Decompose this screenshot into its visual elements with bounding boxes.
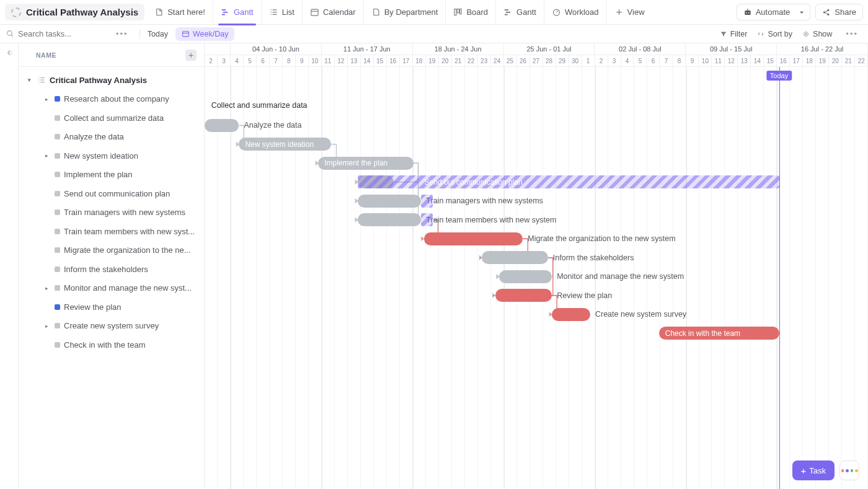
toolbar: ••• Today Week/Day Filter Sort by Show •… — [0, 25, 868, 43]
automate-dropdown[interactable] — [794, 4, 810, 20]
tree-task[interactable]: ▸Research about the company — [25, 90, 204, 109]
gantt-bar[interactable]: Send out communication plan — [358, 175, 779, 188]
search-input[interactable] — [18, 29, 105, 38]
gantt-bar[interactable]: Train managers with new systems — [358, 195, 421, 208]
app-header: Critical Pathway Analysis Start here!Gan… — [0, 0, 868, 25]
sidebar-head: NAME + — [19, 43, 204, 67]
share-button[interactable]: Share — [815, 4, 863, 20]
gantt-row: Review the plan — [205, 286, 868, 306]
filter-icon — [720, 30, 727, 38]
day-header: 10 — [699, 55, 712, 67]
tab-workload[interactable]: Workload — [544, 0, 607, 25]
gantt-bar[interactable]: Migrate the organization to the new syst… — [424, 232, 523, 245]
gantt-bar[interactable]: Implement the plan — [318, 157, 413, 170]
show-button[interactable]: Show — [802, 30, 832, 38]
status-dot — [55, 153, 60, 159]
gantt-bar[interactable]: Analyze the data — [205, 119, 239, 132]
name-column-header: NAME — [36, 51, 56, 59]
svg-point-15 — [823, 11, 825, 13]
toolbar-more-icon[interactable]: ••• — [842, 29, 862, 38]
day-header: 19 — [816, 55, 829, 67]
tree-task[interactable]: ▸New system ideation — [25, 146, 204, 165]
tree-task[interactable]: Analyze the data — [25, 128, 204, 147]
tree-task[interactable]: ▸Monitor and manage the new syst... — [25, 279, 204, 298]
gantt-row: Inform the stakeholders — [205, 249, 868, 268]
header-left: Critical Pathway Analysis Start here!Gan… — [5, 0, 737, 25]
expand-arrow-icon: ▸ — [42, 96, 51, 102]
day-header: 11 — [712, 55, 725, 67]
day-header: 20 — [829, 55, 842, 67]
day-header: 4 — [621, 55, 634, 67]
tab-list[interactable]: List — [262, 0, 303, 25]
status-dot — [55, 285, 60, 291]
svg-rect-7 — [505, 9, 508, 11]
day-header: 29 — [556, 55, 569, 67]
weekday-toggle[interactable]: Week/Day — [175, 27, 234, 41]
title-box[interactable]: Critical Pathway Analysis — [5, 4, 144, 20]
day-header: 17 — [400, 55, 413, 67]
automate-button[interactable]: Automate — [737, 4, 794, 20]
week-header: 04 Jun - 10 Jun — [231, 43, 322, 55]
tab-start[interactable]: Start here! — [147, 0, 213, 25]
today-button[interactable]: Today — [148, 30, 168, 38]
gantt-row: Train team members with new system — [205, 211, 868, 230]
gantt-bar[interactable]: New system ideation — [239, 138, 331, 151]
gantt-bar[interactable]: Train team members with new system — [358, 213, 421, 226]
tree-task[interactable]: Collect and summarize data — [25, 108, 204, 128]
tab-board[interactable]: Board — [446, 0, 496, 25]
gantt-bar[interactable]: Create new system survey — [552, 308, 590, 321]
tree-task[interactable]: Train managers with new systems — [25, 203, 204, 222]
day-header: 21 — [842, 55, 855, 67]
new-task-button[interactable]: + Task — [792, 460, 835, 480]
tree-task[interactable]: Migrate the organization to the ne... — [25, 241, 204, 260]
gantt-row — [205, 78, 868, 97]
day-header: 7 — [270, 55, 283, 67]
svg-rect-9 — [505, 14, 508, 15]
tree-task[interactable]: ▸Create new system survey — [25, 317, 204, 336]
tree-task[interactable]: Train team members with new syst... — [25, 222, 204, 241]
calendar-range-icon — [182, 30, 190, 38]
status-dot — [55, 323, 60, 328]
task-sidebar: NAME + ▾Critical Pathway Analysis▸Resear… — [19, 43, 205, 489]
gantt-bar[interactable]: Inform the stakeholders — [482, 251, 548, 264]
collapse-sidebar-button[interactable] — [0, 43, 19, 489]
tab-bydept[interactable]: By Department — [364, 0, 446, 25]
gantt-body: Collect and summarize dataAnalyze the da… — [205, 67, 868, 489]
sort-icon — [757, 30, 764, 38]
add-column-button[interactable]: + — [185, 50, 197, 61]
day-header: 12 — [725, 55, 738, 67]
day-header: 13 — [738, 55, 751, 67]
view-tabs: Start here!GanttListCalendarBy Departmen… — [147, 0, 652, 25]
addview-icon — [614, 7, 624, 17]
tab-gantt1[interactable]: Gantt — [213, 0, 262, 25]
day-header: 7 — [660, 55, 673, 67]
day-header: 5 — [244, 55, 257, 67]
gantt-bar[interactable]: Review the plan — [495, 289, 552, 302]
apps-button[interactable] — [839, 460, 859, 480]
sortby-button[interactable]: Sort by — [757, 30, 792, 38]
gantt-bar[interactable]: Check in with the team — [659, 327, 779, 340]
day-header: 26 — [517, 55, 530, 67]
gantt-row: New system ideation — [205, 135, 868, 154]
gantt-row: Monitor and manage the new system — [205, 267, 868, 286]
filter-button[interactable]: Filter — [720, 30, 748, 38]
tree-group[interactable]: ▾Critical Pathway Analysis — [25, 71, 204, 90]
gantt-chart[interactable]: 04 Jun - 10 Jun11 Jun - 17 Jun18 Jun - 2… — [205, 43, 868, 489]
tab-gantt2[interactable]: Gantt — [496, 0, 544, 25]
search-more-icon[interactable]: ••• — [112, 29, 132, 38]
day-header: 25 — [504, 55, 517, 67]
tree-task[interactable]: Check in with the team — [25, 335, 204, 355]
tree-task[interactable]: Send out communication plan — [25, 184, 204, 203]
day-header: 19 — [426, 55, 439, 67]
gantt-bar[interactable]: Monitor and manage the new system — [499, 270, 552, 283]
tree-task[interactable]: Review the plan — [25, 297, 204, 317]
tree-task[interactable]: Inform the stakeholders — [25, 260, 204, 279]
tree-task[interactable]: Implement the plan — [25, 165, 204, 185]
tab-calendar[interactable]: Calendar — [303, 0, 364, 25]
tab-addview[interactable]: View — [607, 0, 652, 25]
day-header: 1 — [582, 55, 595, 67]
collapse-icon — [5, 48, 14, 57]
gantt-bar-label: Migrate the organization to the new syst… — [528, 234, 675, 243]
day-header: 22 — [855, 55, 868, 67]
day-header: 16 — [387, 55, 400, 67]
